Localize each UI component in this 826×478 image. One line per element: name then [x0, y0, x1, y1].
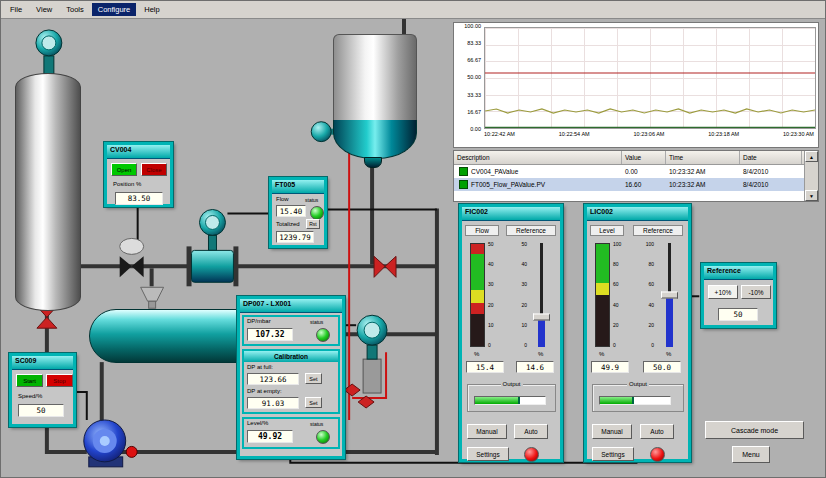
vertical-tank: [15, 73, 81, 311]
fic002-reference-slider[interactable]: [532, 243, 552, 347]
lic002-pv-scale: 1008060 40200: [613, 242, 626, 348]
cv004-position-value: 83.50: [115, 192, 163, 205]
trend-pen-table: Description Value Time Date CV004_PAValu…: [453, 150, 819, 202]
ft005-panel-title: FT005: [272, 180, 324, 194]
pen-table-header: Description Value Time Date: [454, 151, 804, 165]
ft005-reset-button[interactable]: Rst: [306, 219, 320, 229]
lic002-output-label: Output: [627, 381, 649, 387]
ft005-status-label: status: [305, 197, 318, 203]
trend-lines: [485, 28, 815, 128]
sc009-speed-label: Speed/%: [18, 393, 42, 399]
ft005-flow-value: 15.40: [276, 205, 306, 217]
scroll-up-icon[interactable]: ▲: [805, 151, 818, 162]
lic002-sp-header: Reference: [633, 225, 683, 236]
lic002-sp-value: 50.0: [643, 361, 681, 373]
fic002-output-bar: [474, 396, 546, 405]
trend-plot-area: [484, 27, 816, 129]
menu-view[interactable]: View: [30, 3, 58, 16]
pen-row-cv004[interactable]: CV004_PAValue 0.00 10:23:32 AM 8/4/2010: [454, 165, 804, 178]
slider-fill: [538, 317, 545, 347]
dp007-set-full-button[interactable]: Set: [305, 373, 322, 384]
lic002-sp-unit: %: [666, 351, 671, 357]
trend-y-axis: 100.0083.33 66.6750.00 33.3316.67 0.00: [454, 24, 483, 132]
dp007-level-value: 49.92: [247, 430, 293, 443]
lic002-settings-button[interactable]: Settings: [592, 447, 634, 461]
lic002-reference-slider[interactable]: [660, 243, 680, 347]
lic002-sp-scale: 1008060 40200: [641, 242, 654, 348]
pump-icon[interactable]: [84, 420, 126, 467]
dp007-panel-title: DP007 - LX001: [240, 299, 342, 313]
funnel-icon: [141, 287, 164, 308]
fic002-panel: FIC002 Flow Reference 504030 20100 50403…: [459, 204, 563, 462]
fic002-output-group: Output: [467, 384, 556, 412]
cv004-close-button[interactable]: Close: [141, 163, 167, 176]
lic002-manual-button[interactable]: Manual: [592, 424, 632, 439]
slider-handle[interactable]: [661, 292, 678, 299]
lic002-output-bar: [599, 396, 671, 405]
menu-configure[interactable]: Configure: [92, 3, 137, 16]
sc009-stop-button[interactable]: Stop: [46, 374, 73, 387]
dp007-level-status-label: status: [310, 421, 323, 427]
cv004-panel-title: CV004: [107, 145, 170, 159]
reference-minus10-button[interactable]: -10%: [741, 285, 771, 299]
fic002-output-label: Output: [500, 381, 522, 387]
reference-panel: Reference +10% -10% 50: [701, 263, 776, 328]
fic002-sp-scale: 504030 20100: [514, 242, 527, 348]
trend-chart-panel: 100.0083.33 66.6750.00 33.3316.67 0.00 1…: [453, 22, 819, 148]
overhead-vessel: [333, 34, 417, 159]
lic002-pv-unit: %: [599, 351, 604, 357]
cascade-mode-button[interactable]: Cascade mode: [705, 421, 804, 439]
control-valve-cv004-icon[interactable]: [120, 238, 144, 277]
col-time[interactable]: Time: [666, 151, 740, 164]
col-date[interactable]: Date: [740, 151, 802, 164]
trend-x-axis: 10:22:42 AM10:22:54 AM 10:23:06 AM10:23:…: [484, 131, 814, 137]
reference-value: 50: [718, 308, 758, 321]
tank-top-instrument-icon[interactable]: [36, 30, 62, 74]
reference-plus10-button[interactable]: +10%: [708, 285, 738, 299]
pump-alarm-light: [126, 446, 137, 457]
dp007-dp-label: DP/mbar: [247, 318, 271, 324]
fic002-sp-unit: %: [538, 351, 543, 357]
menu-button[interactable]: Menu: [732, 446, 770, 463]
dp007-level-label: Level/%: [247, 420, 268, 426]
pen-table-scrollbar[interactable]: ▲ ▼: [804, 151, 818, 201]
fic002-auto-button[interactable]: Auto: [514, 424, 548, 439]
fic002-pv-scale: 504030 20100: [488, 242, 501, 348]
fic002-manual-button[interactable]: Manual: [467, 424, 507, 439]
fic002-pv-value: 15.4: [466, 361, 504, 373]
dp007-dp-empty-value: 91.03: [247, 397, 299, 409]
fic002-panel-title: FIC002: [462, 207, 560, 221]
lic002-pv-value: 49.9: [591, 361, 629, 373]
ft005-totalized-value: 1239.79: [276, 231, 314, 243]
dp007-level-section: Level/% status 49.92: [242, 417, 340, 449]
green-square-icon: [459, 167, 468, 176]
col-description[interactable]: Description: [454, 151, 622, 164]
fic002-sp-header: Reference: [506, 225, 556, 236]
fic002-settings-button[interactable]: Settings: [467, 447, 509, 461]
cv004-open-button[interactable]: Open: [111, 163, 137, 176]
fic002-pv-header: Flow: [465, 225, 499, 236]
menu-help[interactable]: Help: [138, 3, 165, 16]
flow-meter-ft005-icon[interactable]: [187, 209, 239, 286]
dp-transmitter-icon[interactable]: [344, 315, 387, 408]
lic002-pv-header: Level: [590, 225, 624, 236]
lic002-level-bar-gauge: [595, 243, 610, 347]
inline-valve-icon[interactable]: [374, 256, 396, 277]
reference-panel-title: Reference: [704, 266, 773, 280]
fic002-mode-light: [524, 447, 539, 462]
cv004-panel: CV004 Open Close Position % 83.50: [104, 142, 173, 207]
col-value[interactable]: Value: [622, 151, 666, 164]
overhead-vessel-bottom: [333, 120, 417, 159]
lic002-mode-light: [650, 447, 665, 462]
menu-tools[interactable]: Tools: [60, 3, 90, 16]
slider-handle[interactable]: [533, 313, 550, 320]
menu-file[interactable]: File: [4, 3, 28, 16]
ft005-flow-label: Flow: [276, 196, 289, 202]
pen-row-ft005[interactable]: FT005_Flow_PAValue.PV 16.60 10:23:32 AM …: [454, 178, 804, 191]
dp007-set-empty-button[interactable]: Set: [305, 397, 322, 408]
lic002-panel: LIC002 Level Reference 1008060 40200 100…: [584, 204, 691, 462]
lic002-output-group: Output: [592, 384, 684, 412]
sc009-start-button[interactable]: Start: [16, 374, 43, 387]
scroll-down-icon[interactable]: ▼: [805, 190, 818, 201]
lic002-auto-button[interactable]: Auto: [640, 424, 674, 439]
